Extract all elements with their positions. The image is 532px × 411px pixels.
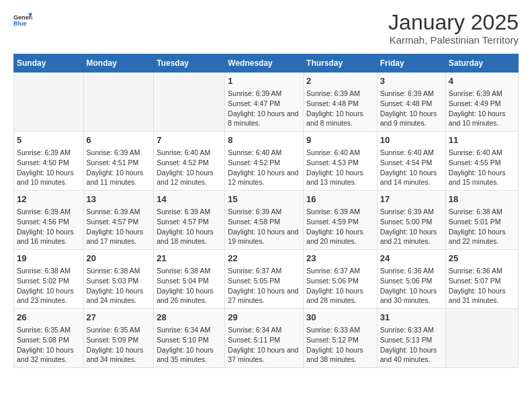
day-number: 31	[380, 312, 443, 324]
weekday-header-thursday: Thursday	[304, 54, 378, 73]
day-number: 23	[306, 253, 374, 265]
calendar-week-row: 1Sunrise: 6:39 AMSunset: 4:47 PMDaylight…	[14, 73, 519, 132]
header: General Blue January 2025 Karmah, Palest…	[13, 11, 519, 46]
weekday-header-monday: Monday	[83, 54, 154, 73]
day-number: 4	[449, 75, 515, 87]
calendar-cell: 9Sunrise: 6:40 AMSunset: 4:53 PMDaylight…	[304, 132, 378, 191]
calendar-cell: 24Sunrise: 6:36 AMSunset: 5:06 PMDayligh…	[377, 250, 445, 309]
day-number: 8	[228, 134, 300, 146]
calendar-cell: 17Sunrise: 6:39 AMSunset: 5:00 PMDayligh…	[377, 191, 445, 250]
calendar-cell	[445, 308, 518, 367]
calendar-cell: 26Sunrise: 6:35 AMSunset: 5:08 PMDayligh…	[14, 308, 84, 367]
weekday-header-wednesday: Wednesday	[225, 54, 304, 73]
calendar-week-row: 19Sunrise: 6:38 AMSunset: 5:02 PMDayligh…	[14, 250, 519, 309]
calendar-cell: 25Sunrise: 6:36 AMSunset: 5:07 PMDayligh…	[445, 250, 518, 309]
weekday-header-saturday: Saturday	[445, 54, 518, 73]
day-number: 11	[449, 134, 515, 146]
calendar-cell: 18Sunrise: 6:38 AMSunset: 5:01 PMDayligh…	[445, 191, 518, 250]
weekday-header-tuesday: Tuesday	[154, 54, 225, 73]
day-number: 21	[157, 253, 222, 265]
svg-text:Blue: Blue	[13, 20, 27, 27]
logo-icon: General Blue	[13, 11, 32, 30]
calendar-cell: 11Sunrise: 6:40 AMSunset: 4:55 PMDayligh…	[445, 132, 518, 191]
calendar-cell: 23Sunrise: 6:37 AMSunset: 5:06 PMDayligh…	[304, 250, 378, 309]
weekday-header-friday: Friday	[377, 54, 445, 73]
day-number: 25	[449, 253, 515, 265]
calendar-cell: 22Sunrise: 6:37 AMSunset: 5:05 PMDayligh…	[225, 250, 304, 309]
title-area: January 2025 Karmah, Palestinian Territo…	[388, 11, 519, 46]
calendar-cell: 31Sunrise: 6:33 AMSunset: 5:13 PMDayligh…	[377, 308, 445, 367]
day-number: 27	[87, 312, 151, 324]
calendar-cell: 19Sunrise: 6:38 AMSunset: 5:02 PMDayligh…	[14, 250, 84, 309]
day-number: 24	[380, 253, 443, 265]
calendar-cell: 3Sunrise: 6:39 AMSunset: 4:48 PMDaylight…	[377, 73, 445, 132]
weekday-header-row: SundayMondayTuesdayWednesdayThursdayFrid…	[14, 54, 519, 73]
calendar-cell: 2Sunrise: 6:39 AMSunset: 4:48 PMDaylight…	[304, 73, 378, 132]
logo: General Blue	[13, 11, 32, 30]
day-number: 2	[306, 75, 374, 87]
calendar-cell: 21Sunrise: 6:38 AMSunset: 5:04 PMDayligh…	[154, 250, 225, 309]
day-number: 6	[87, 134, 151, 146]
day-number: 5	[17, 134, 81, 146]
day-number: 17	[380, 193, 443, 205]
day-number: 22	[228, 253, 300, 265]
calendar-cell: 29Sunrise: 6:34 AMSunset: 5:11 PMDayligh…	[225, 308, 304, 367]
day-number: 12	[17, 193, 81, 205]
calendar-cell: 13Sunrise: 6:39 AMSunset: 4:57 PMDayligh…	[83, 191, 154, 250]
main-title: January 2025	[388, 11, 519, 34]
calendar-cell: 12Sunrise: 6:39 AMSunset: 4:56 PMDayligh…	[14, 191, 84, 250]
day-number: 9	[306, 134, 374, 146]
calendar-cell: 7Sunrise: 6:40 AMSunset: 4:52 PMDaylight…	[154, 132, 225, 191]
day-number: 7	[157, 134, 222, 146]
calendar-cell: 16Sunrise: 6:39 AMSunset: 4:59 PMDayligh…	[304, 191, 378, 250]
calendar-cell: 6Sunrise: 6:39 AMSunset: 4:51 PMDaylight…	[83, 132, 154, 191]
calendar-cell: 1Sunrise: 6:39 AMSunset: 4:47 PMDaylight…	[225, 73, 304, 132]
day-number: 15	[228, 193, 300, 205]
day-number: 28	[157, 312, 222, 324]
calendar-cell: 5Sunrise: 6:39 AMSunset: 4:50 PMDaylight…	[14, 132, 84, 191]
calendar-cell: 10Sunrise: 6:40 AMSunset: 4:54 PMDayligh…	[377, 132, 445, 191]
day-number: 18	[449, 193, 515, 205]
day-number: 1	[228, 75, 300, 87]
calendar-cell: 14Sunrise: 6:39 AMSunset: 4:57 PMDayligh…	[154, 191, 225, 250]
day-number: 14	[157, 193, 222, 205]
calendar-cell	[14, 73, 84, 132]
calendar-cell: 4Sunrise: 6:39 AMSunset: 4:49 PMDaylight…	[445, 73, 518, 132]
day-number: 19	[17, 253, 81, 265]
calendar-cell	[83, 73, 154, 132]
calendar-week-row: 5Sunrise: 6:39 AMSunset: 4:50 PMDaylight…	[14, 132, 519, 191]
calendar-cell: 27Sunrise: 6:35 AMSunset: 5:09 PMDayligh…	[83, 308, 154, 367]
subtitle: Karmah, Palestinian Territory	[388, 34, 519, 46]
day-number: 20	[87, 253, 151, 265]
calendar-cell: 15Sunrise: 6:39 AMSunset: 4:58 PMDayligh…	[225, 191, 304, 250]
calendar-week-row: 26Sunrise: 6:35 AMSunset: 5:08 PMDayligh…	[14, 308, 519, 367]
weekday-header-sunday: Sunday	[14, 54, 84, 73]
day-number: 10	[380, 134, 443, 146]
calendar-cell: 8Sunrise: 6:40 AMSunset: 4:52 PMDaylight…	[225, 132, 304, 191]
calendar-table: SundayMondayTuesdayWednesdayThursdayFrid…	[13, 54, 519, 368]
day-number: 29	[228, 312, 300, 324]
calendar-cell: 28Sunrise: 6:34 AMSunset: 5:10 PMDayligh…	[154, 308, 225, 367]
day-number: 13	[87, 193, 151, 205]
calendar-cell	[154, 73, 225, 132]
calendar-cell: 30Sunrise: 6:33 AMSunset: 5:12 PMDayligh…	[304, 308, 378, 367]
day-number: 30	[306, 312, 374, 324]
day-number: 16	[306, 193, 374, 205]
day-number: 26	[17, 312, 81, 324]
day-number: 3	[380, 75, 443, 87]
calendar-cell: 20Sunrise: 6:38 AMSunset: 5:03 PMDayligh…	[83, 250, 154, 309]
calendar-week-row: 12Sunrise: 6:39 AMSunset: 4:56 PMDayligh…	[14, 191, 519, 250]
